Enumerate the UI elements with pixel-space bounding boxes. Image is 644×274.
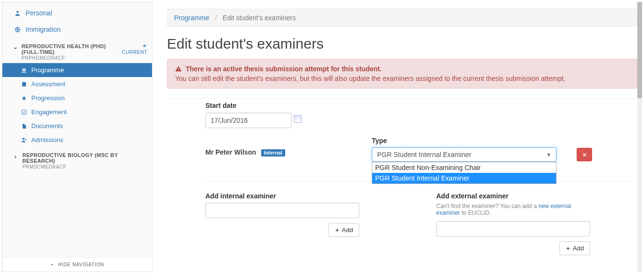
hint-post: to EUCLID. — [462, 209, 491, 216]
programme-status: CURRENT — [122, 50, 147, 55]
add-external-label: Add external examiner — [436, 192, 590, 200]
plus-icon — [335, 228, 340, 233]
close-icon — [582, 152, 587, 157]
sidebar-item-label: Assessment — [31, 80, 65, 88]
breadcrumb: Programme / Edit student's examiners — [167, 9, 637, 27]
page-title: Edit student's examiners — [167, 36, 637, 52]
sidebar: Personal Immigration REPRODUCTIVE HEALTH… — [2, 2, 152, 272]
type-selected-value: PGR Student Internal Examiner — [377, 151, 471, 158]
remove-examiner-button[interactable] — [577, 148, 592, 161]
programme-title: REPRODUCTIVE BIOLOGY (MSC BY RESEARCH) — [22, 152, 147, 164]
type-select[interactable]: PGR Student Internal Examiner ▼ — [372, 147, 556, 162]
examiner-badge: Internal — [261, 149, 286, 157]
sidebar-item-label: Immigration — [25, 26, 61, 33]
alert-warning: There is an active thesis submission att… — [167, 59, 637, 89]
sidebar-item-admissions[interactable]: Admissions — [2, 133, 152, 147]
svg-point-0 — [16, 11, 18, 13]
bank-icon — [20, 67, 28, 73]
user-plus-icon — [20, 137, 28, 143]
sidebar-item-immigration[interactable]: Immigration — [2, 21, 152, 38]
chevron-down-icon — [13, 43, 19, 52]
add-internal-section: Add internal examiner Add — [205, 192, 359, 255]
book-icon — [20, 81, 28, 87]
scrollbar-thumb[interactable] — [637, 2, 642, 98]
start-date-label: Start date — [205, 102, 637, 109]
sidebar-item-assessment[interactable]: Assessment — [2, 77, 152, 91]
breadcrumb-current: Edit student's examiners — [223, 14, 296, 22]
svg-marker-3 — [22, 96, 26, 101]
gear-icon[interactable] — [122, 43, 147, 50]
hide-navigation-label: HIDE NAVIGATION — [58, 262, 104, 267]
type-label: Type — [372, 137, 637, 144]
examiner-name: Mr Peter Wilson — [205, 148, 256, 156]
add-external-hint: Can't find the examiner? You can add a n… — [436, 203, 590, 216]
sidebar-item-label: Engagement — [31, 108, 67, 116]
add-external-button[interactable]: Add — [559, 241, 590, 255]
sidebar-item-engagement[interactable]: Engagement — [2, 105, 152, 119]
sidebar-item-label: Programme — [31, 66, 64, 74]
person-icon — [13, 10, 22, 16]
sidebar-item-label: Progression — [31, 94, 64, 102]
sidebar-item-documents[interactable]: Documents — [2, 119, 152, 133]
breadcrumb-separator: / — [211, 14, 221, 22]
scrollbar[interactable] — [637, 2, 642, 272]
sidebar-item-progression[interactable]: Progression — [2, 91, 152, 105]
type-dropdown: PGR Student Non-Examining Chair PGR Stud… — [372, 162, 556, 184]
svg-rect-4 — [22, 110, 26, 114]
main-content: Programme / Edit student's examiners Edi… — [152, 2, 642, 272]
add-external-section: Add external examiner Can't find the exa… — [436, 192, 590, 255]
alert-body-text: You can still edit the student's examine… — [175, 75, 629, 82]
star-icon — [20, 95, 28, 101]
start-date-input[interactable] — [205, 113, 292, 128]
chevron-right-icon — [13, 152, 19, 161]
sidebar-programme-msc[interactable]: REPRODUCTIVE BIOLOGY (MSC BY RESEARCH) P… — [2, 149, 152, 171]
check-square-icon — [20, 109, 28, 115]
programme-code: PRMSCMEDRACF — [22, 164, 147, 170]
add-internal-button-label: Add — [342, 226, 353, 234]
chevron-down-icon: ▼ — [546, 152, 551, 157]
sidebar-subnav: Programme Assessment Progression Engagem… — [2, 63, 152, 147]
programme-title: REPRODUCTIVE HEALTH (PHD) (FULL-TIME) — [22, 43, 122, 55]
hint-pre: Can't find the examiner? You can add a — [436, 203, 538, 209]
sidebar-item-label: Documents — [31, 122, 63, 130]
sidebar-item-personal[interactable]: Personal — [2, 5, 152, 21]
add-internal-label: Add internal examiner — [205, 192, 359, 200]
add-external-button-label: Add — [573, 245, 584, 252]
globe-icon — [13, 26, 22, 33]
programme-code: PRPHDMEDRACF — [22, 55, 122, 61]
sidebar-item-label: Personal — [25, 9, 52, 17]
svg-point-5 — [22, 138, 24, 140]
breadcrumb-link-programme[interactable]: Programme — [174, 14, 209, 22]
plus-icon — [566, 246, 570, 251]
type-option-internal-examiner[interactable]: PGR Student Internal Examiner — [372, 173, 556, 183]
alert-title-text: There is an active thesis submission att… — [186, 65, 382, 73]
sidebar-programme-phd[interactable]: REPRODUCTIVE HEALTH (PHD) (FULL-TIME) PR… — [2, 40, 152, 62]
sidebar-item-label: Admissions — [31, 136, 63, 144]
file-icon — [20, 123, 28, 129]
calendar-icon[interactable] — [294, 115, 302, 123]
add-internal-button[interactable]: Add — [328, 223, 359, 237]
sidebar-item-programme[interactable]: Programme — [2, 63, 152, 77]
type-option-non-examining-chair[interactable]: PGR Student Non-Examining Chair — [372, 162, 556, 173]
add-external-input[interactable] — [436, 221, 590, 236]
warning-icon — [175, 65, 182, 72]
hide-navigation-button[interactable]: HIDE NAVIGATION — [2, 257, 152, 272]
add-internal-input[interactable] — [205, 203, 359, 218]
